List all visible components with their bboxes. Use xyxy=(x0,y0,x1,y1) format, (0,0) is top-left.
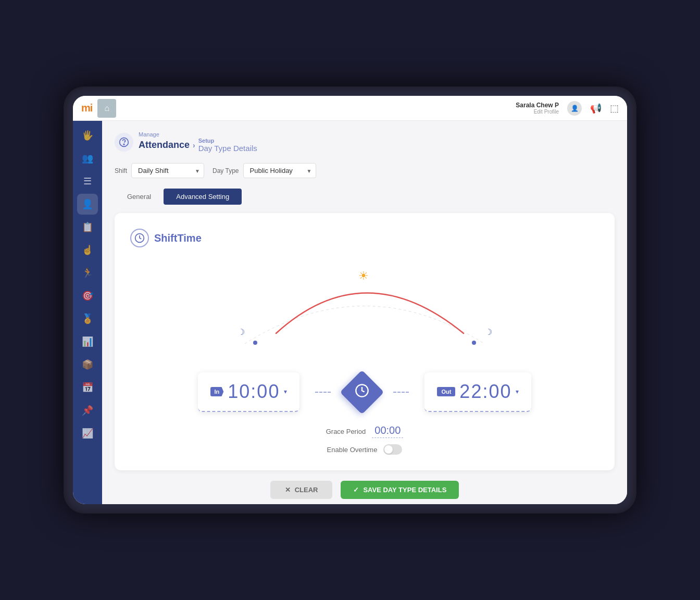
breadcrumb-attendance: Attendance xyxy=(139,140,190,151)
clock-diamond xyxy=(340,370,384,415)
grace-period-row: Grace Period 00:00 xyxy=(130,424,599,438)
time-row: In 10:00 ▾ xyxy=(130,372,599,412)
breadcrumb-detail: Day Type Details xyxy=(198,144,257,153)
user-edit-link[interactable]: Edit Profile xyxy=(516,109,559,115)
save-icon: ✓ xyxy=(353,486,359,494)
shift-select-wrapper[interactable]: Daily Shift xyxy=(131,163,204,178)
time-out-value[interactable]: 22:00 xyxy=(459,381,511,403)
time-in-value[interactable]: 10:00 xyxy=(228,381,280,403)
tablet-screen: mi ⌂ Sarala Chew P Edit Profile 👤 📢 ⬚ 🖐 xyxy=(73,96,627,504)
tablet-frame: mi ⌂ Sarala Chew P Edit Profile 👤 📢 ⬚ 🖐 xyxy=(64,86,636,514)
grace-period-label: Grace Period xyxy=(326,428,366,435)
sidebar-item-activity[interactable]: 🏃 xyxy=(77,262,98,283)
daytype-filter-label: Day Type xyxy=(213,167,239,174)
svg-point-3 xyxy=(253,341,257,345)
filters-row: Shift Daily Shift Day Type Public Holida… xyxy=(115,163,615,178)
sidebar-item-box[interactable]: 📦 xyxy=(77,354,98,375)
logout-icon[interactable]: ⬚ xyxy=(610,103,619,114)
sidebar-item-finger[interactable]: ☝ xyxy=(77,240,98,260)
chart-icon: 📊 xyxy=(82,336,93,347)
logo-area: mi xyxy=(81,102,92,114)
clear-button[interactable]: ✕ CLEAR xyxy=(270,481,333,499)
daytype-filter-group: Day Type Public Holiday xyxy=(213,163,316,178)
clock-diamond-icon xyxy=(355,383,369,401)
sidebar-item-badge[interactable]: 🏅 xyxy=(77,308,98,329)
toggle-knob xyxy=(384,445,393,454)
sidebar: 🖐 👥 ☰ 👤 📋 ☝ 🏃 xyxy=(73,121,102,504)
sidebar-item-profile[interactable]: 👤 xyxy=(77,194,98,215)
user-avatar[interactable]: 👤 xyxy=(567,101,582,116)
trend-icon: 📈 xyxy=(82,428,93,439)
logo-mi: mi xyxy=(81,102,92,114)
shift-select[interactable]: Daily Shift xyxy=(131,163,204,178)
profile-icon: 👤 xyxy=(82,198,93,210)
svg-point-4 xyxy=(472,341,476,345)
shift-title-colored: Time xyxy=(177,232,201,244)
top-bar: mi ⌂ Sarala Chew P Edit Profile 👤 📢 ⬚ xyxy=(73,96,627,121)
user-name: Sarala Chew P xyxy=(516,102,559,109)
clock-header-icon xyxy=(130,229,149,247)
sidebar-item-trend[interactable]: 📈 xyxy=(77,423,98,444)
arc-container: ☀ ☽ ☽ xyxy=(130,258,599,362)
sidebar-item-target[interactable]: 🎯 xyxy=(77,285,98,306)
shift-filter-label: Shift xyxy=(115,167,127,174)
in-label: In xyxy=(210,387,224,396)
breadcrumb-icon xyxy=(115,133,133,152)
out-label: Out xyxy=(437,387,455,396)
sidebar-item-users[interactable]: 👥 xyxy=(77,148,98,169)
dotted-line-left xyxy=(315,392,331,393)
arc-svg: ☀ ☽ ☽ xyxy=(130,258,599,362)
notification-icon[interactable]: 📢 xyxy=(590,103,602,114)
pin-icon: 📌 xyxy=(82,405,93,416)
home-button[interactable]: ⌂ xyxy=(97,99,116,118)
home-icon: ⌂ xyxy=(105,104,110,113)
time-in-dropdown[interactable]: ▾ xyxy=(284,388,287,395)
main-layout: 🖐 👥 ☰ 👤 📋 ☝ 🏃 xyxy=(73,121,627,504)
users-icon: 👥 xyxy=(82,153,93,164)
target-icon: 🎯 xyxy=(82,290,93,302)
daytype-select-wrapper[interactable]: Public Holiday xyxy=(243,163,316,178)
save-label: SAVE DAY TYPE DETAILS xyxy=(363,486,446,494)
overtime-row: Enable Overtime xyxy=(130,444,599,455)
svg-point-1 xyxy=(123,144,124,145)
list-icon: ☰ xyxy=(83,176,92,187)
clear-icon: ✕ xyxy=(285,486,291,494)
save-button[interactable]: ✓ SAVE DAY TYPE DETAILS xyxy=(341,481,459,499)
time-out-box: Out 22:00 ▾ xyxy=(424,372,531,412)
content-area: Manage Attendance › Setup Day Type Detai… xyxy=(102,121,627,504)
left-moon-icon: ☽ xyxy=(238,328,245,336)
sidebar-item-document[interactable]: 📋 xyxy=(77,217,98,238)
top-bar-right: Sarala Chew P Edit Profile 👤 📢 ⬚ xyxy=(516,101,619,116)
activity-icon: 🏃 xyxy=(82,267,93,279)
tab-general[interactable]: General xyxy=(115,189,164,205)
breadcrumb-manage: Manage xyxy=(139,131,257,138)
in-arrow: In xyxy=(210,387,224,396)
document-icon: 📋 xyxy=(82,221,93,233)
shift-card: ShiftTime ☀ ☽ xyxy=(115,213,615,470)
sidebar-item-calendar[interactable]: 📅 xyxy=(77,377,98,398)
calendar-icon: 📅 xyxy=(82,382,93,393)
sidebar-item-attendance[interactable]: 🖐 xyxy=(77,125,98,146)
breadcrumb-arrow: › xyxy=(193,141,195,149)
clear-label: CLEAR xyxy=(295,486,318,494)
right-moon-icon: ☽ xyxy=(485,328,492,336)
grace-period-value[interactable]: 00:00 xyxy=(372,424,403,438)
attendance-icon: 🖐 xyxy=(82,130,93,141)
user-info: Sarala Chew P Edit Profile xyxy=(516,102,559,115)
sidebar-item-chart[interactable]: 📊 xyxy=(77,331,98,352)
time-out-dropdown[interactable]: ▾ xyxy=(516,388,519,395)
badge-icon: 🏅 xyxy=(82,313,93,324)
tab-advanced-setting[interactable]: Advanced Setting xyxy=(164,189,242,205)
breadcrumb-sub: Setup Day Type Details xyxy=(198,138,257,153)
overtime-toggle[interactable] xyxy=(383,444,402,455)
daytype-select[interactable]: Public Holiday xyxy=(243,163,316,178)
finger-icon: ☝ xyxy=(82,244,93,256)
sidebar-item-pin[interactable]: 📌 xyxy=(77,400,98,421)
breadcrumb-setup: Setup xyxy=(198,138,257,144)
breadcrumb-main: Attendance › Setup Day Type Details xyxy=(139,138,257,153)
tabs-row: General Advanced Setting xyxy=(115,189,615,205)
breadcrumb: Manage Attendance › Setup Day Type Detai… xyxy=(115,131,615,153)
sidebar-item-list[interactable]: ☰ xyxy=(77,171,98,192)
time-in-box: In 10:00 ▾ xyxy=(198,372,300,412)
overtime-label: Enable Overtime xyxy=(327,446,378,454)
